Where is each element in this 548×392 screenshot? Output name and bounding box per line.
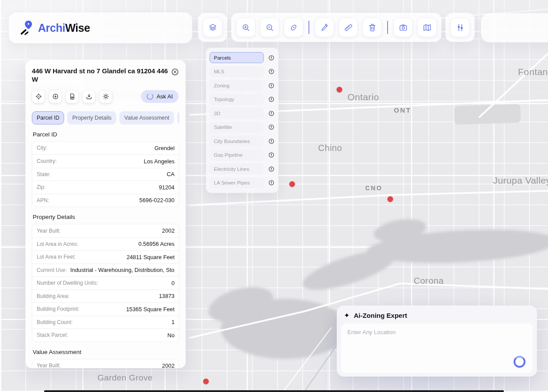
section-heading: Value Assessment	[33, 349, 179, 355]
table-row: Current Use:Industrial - Warehousing, Di…	[32, 264, 179, 277]
close-icon[interactable]	[171, 68, 179, 76]
parcel-marker[interactable]	[289, 181, 295, 187]
row-label: Building Footprint:	[37, 306, 80, 312]
property-address-title: 446 W Harvard st no 7 Glandel ca 91204 4…	[32, 67, 168, 84]
property-action-row: Ask AI	[32, 90, 179, 103]
map-label-jurupa-valley: Jurupa Valley	[493, 175, 548, 186]
layer-row: MLS	[209, 66, 275, 77]
info-icon[interactable]	[268, 110, 275, 117]
toolbar-group-1	[231, 13, 441, 42]
map-button[interactable]	[417, 18, 437, 37]
export-file-button[interactable]	[65, 90, 79, 103]
row-label: City:	[37, 145, 47, 151]
brightness-button[interactable]	[99, 90, 112, 103]
info-icon[interactable]	[268, 82, 275, 89]
layer-topology[interactable]: Topology	[209, 94, 264, 105]
zoom-out-button[interactable]	[260, 18, 279, 37]
zoom-in-button[interactable]	[236, 18, 255, 37]
location-input[interactable]	[341, 324, 533, 373]
layer-electricity-lines[interactable]: Electricity Lines	[209, 163, 264, 174]
sliders-button[interactable]	[450, 18, 470, 37]
row-value: 13873	[159, 293, 175, 299]
compass-button[interactable]	[284, 18, 303, 37]
section-heading: Property Details	[33, 214, 179, 220]
info-icon[interactable]	[268, 124, 275, 131]
layer-3d[interactable]: 3D	[209, 108, 264, 119]
parcel-marker[interactable]	[337, 87, 342, 93]
row-label: Lot Area in Feet:	[37, 254, 76, 260]
table-row: Lot Area in Feet:24811 Square Feet	[32, 250, 179, 264]
logo-pin-icon	[19, 20, 36, 36]
table-row: Building Count:1	[32, 316, 179, 329]
row-label: Year Built:	[37, 228, 61, 234]
layer-row: Parcels	[209, 52, 275, 63]
layer-satellite[interactable]: Satellite	[209, 122, 264, 133]
layer-gas-pipeline[interactable]: Gas Pipeline	[209, 150, 264, 161]
ai-zoning-card: ✦ Ai-Zoning Expert	[337, 305, 537, 377]
trash-button[interactable]	[362, 18, 382, 37]
table-row: Building Area:13873	[32, 290, 179, 303]
ask-ai-label: Ask AI	[156, 93, 173, 100]
draw-button[interactable]	[315, 18, 334, 37]
tab-value-assessment[interactable]: Value Assessment	[119, 111, 174, 124]
row-value: Grendel	[154, 145, 175, 151]
guide-book-icon[interactable]	[521, 311, 531, 320]
map-toolbar	[198, 13, 475, 42]
info-icon[interactable]	[268, 151, 275, 158]
property-sections: Parcel IDCity:GrendelCountry:Los Angeles…	[32, 131, 179, 369]
map-label-ont: ONT	[394, 106, 411, 114]
parcel-marker[interactable]	[388, 196, 393, 202]
table-row: Zip:91204	[32, 181, 179, 194]
ai-card-header: ✦ Ai-Zoning Expert	[337, 305, 537, 324]
section-rows-card: City:GrendelCountry:Los AngelesState:CAZ…	[32, 141, 179, 207]
section-heading: Parcel ID	[33, 131, 179, 138]
layer-row: Electricity Lines	[209, 163, 275, 174]
layer-row: Satellite	[209, 122, 275, 133]
parcel-marker[interactable]	[203, 379, 209, 384]
locate-icon	[35, 93, 42, 100]
download-button[interactable]	[82, 90, 95, 103]
trash-icon	[368, 23, 377, 32]
row-value: Industrial - Warehousing, Distribution, …	[70, 267, 175, 273]
info-icon[interactable]	[268, 68, 275, 75]
row-label: Stack Parcel:	[37, 332, 68, 338]
draw-icon	[320, 23, 329, 32]
tab-parcel-id[interactable]: Parcel ID	[32, 111, 64, 124]
brightness-icon	[102, 93, 110, 100]
section-rows-card: Year Built:2002Lot Area in Acres:0.56956…	[32, 359, 179, 369]
info-icon[interactable]	[268, 54, 275, 61]
map-label-chino: Chino	[318, 143, 342, 153]
download-icon	[85, 93, 93, 100]
row-label: Number of Dwelling Units:	[37, 280, 98, 286]
info-icon[interactable]	[268, 166, 275, 173]
info-icon[interactable]	[268, 138, 275, 145]
info-icon[interactable]	[268, 179, 275, 186]
ask-ai-button[interactable]: Ask AI	[141, 90, 179, 103]
compass-icon	[289, 23, 298, 32]
tab-tax[interactable]: Tax	[177, 111, 179, 124]
row-value: 1	[171, 319, 175, 325]
add-button[interactable]	[49, 90, 62, 103]
app-logo: ArchiWise	[19, 20, 90, 36]
layer-row: Gas Pipeline	[209, 150, 275, 161]
toolbar-divider	[387, 21, 388, 34]
locate-button[interactable]	[32, 90, 45, 103]
table-row: Year Built:2002	[32, 359, 179, 369]
row-label: Zip:	[37, 184, 46, 190]
row-label: State:	[37, 171, 50, 177]
camera-button[interactable]	[393, 18, 413, 37]
add-icon	[52, 93, 59, 100]
layer-parcels[interactable]: Parcels	[209, 52, 264, 63]
ruler-button[interactable]	[339, 18, 358, 37]
layer-row: 3D	[209, 108, 275, 119]
tab-property-details[interactable]: Property Details	[67, 111, 116, 124]
layer-city-boundaries[interactable]: City Boundaries	[209, 136, 264, 147]
layer-mls[interactable]: MLS	[209, 66, 264, 77]
layers-button[interactable]	[203, 18, 222, 37]
info-icon[interactable]	[268, 96, 275, 103]
layer-la-sewer-pipes[interactable]: LA Sewer Pipes	[209, 177, 264, 188]
map-label-ontario: Ontario	[347, 92, 379, 102]
layer-zoning[interactable]: Zoning	[209, 80, 264, 91]
layer-row: LA Sewer Pipes	[209, 177, 275, 188]
table-row: Lot Area in Acres:0.56956 Acres	[32, 237, 179, 251]
